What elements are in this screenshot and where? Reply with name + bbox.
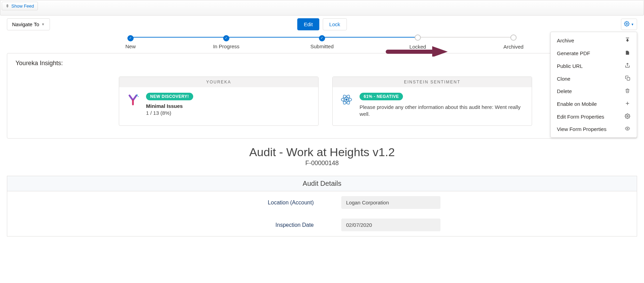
status-path: NewIn ProgressSubmittedLockedArchived bbox=[7, 34, 637, 50]
insight-detail: Please provide any other information abo… bbox=[360, 104, 525, 117]
insight-card-body: NEW DISCOVERY!Minimal Issues1 / 13 (8%) bbox=[119, 87, 318, 125]
path-step-dot bbox=[319, 35, 325, 41]
svg-point-12 bbox=[627, 115, 628, 117]
download-icon bbox=[624, 37, 631, 44]
page-subtitle: F-00000148 bbox=[0, 160, 644, 167]
menu-item-delete[interactable]: Delete bbox=[551, 85, 637, 98]
path-step-dot bbox=[510, 34, 517, 41]
trash-icon bbox=[624, 88, 631, 94]
share-icon bbox=[624, 63, 631, 69]
insight-card-body: 61% - NEGATIVEPlease provide any other i… bbox=[333, 87, 532, 125]
eye-icon bbox=[624, 126, 631, 132]
show-feed-button[interactable]: ⇞ Show Feed bbox=[2, 2, 38, 10]
insight-card-header: YOUREKA bbox=[119, 77, 318, 87]
path-step-label: In Progress bbox=[178, 43, 274, 49]
menu-item-label: Public URL bbox=[557, 63, 583, 69]
insight-card-text: 61% - NEGATIVEPlease provide any other i… bbox=[360, 93, 525, 117]
caret-down-icon: ▼ bbox=[631, 23, 634, 26]
path-step-dot bbox=[127, 35, 134, 41]
detail-field-row: Location (Account)Logan Corporation bbox=[7, 191, 637, 214]
einstein-icon bbox=[340, 93, 353, 107]
svg-point-3 bbox=[138, 96, 139, 97]
gear-dropdown-menu: ArchiveGenerate PDFPublic URLCloneDelete… bbox=[550, 32, 637, 138]
menu-item-label: Clone bbox=[557, 76, 570, 82]
svg-point-2 bbox=[136, 94, 138, 96]
menu-item-label: Generate PDF bbox=[557, 50, 590, 56]
lock-button[interactable]: Lock bbox=[323, 18, 347, 30]
path-step-label: Submitted bbox=[274, 43, 370, 49]
insight-pill: NEW DISCOVERY! bbox=[146, 93, 193, 100]
insights-heading: Youreka Insights: bbox=[15, 60, 629, 67]
menu-item-label: Edit Form Properties bbox=[557, 114, 604, 120]
menu-item-archive[interactable]: Archive bbox=[551, 34, 637, 47]
navigate-to-dropdown[interactable]: Navigate To ▼ bbox=[7, 18, 50, 30]
toolbar: Navigate To ▼ Edit Lock ▼ bbox=[7, 18, 637, 30]
svg-point-0 bbox=[626, 23, 627, 24]
path-step-dot bbox=[223, 35, 229, 41]
insights-card: Youreka Insights: YOUREKANEW DISCOVERY!M… bbox=[7, 53, 637, 139]
file-icon bbox=[624, 50, 631, 57]
edit-button[interactable]: Edit bbox=[297, 18, 319, 30]
insight-title: Minimal Issues bbox=[146, 103, 183, 109]
svg-point-7 bbox=[346, 99, 347, 101]
insight-detail: 1 / 13 (8%) bbox=[146, 110, 193, 117]
path-step-dot bbox=[415, 34, 421, 41]
menu-item-edit-form-properties[interactable]: Edit Form Properties bbox=[551, 110, 637, 123]
svg-rect-9 bbox=[627, 78, 630, 80]
menu-item-label: Archive bbox=[557, 38, 574, 43]
feed-bar: ⇞ Show Feed bbox=[0, 0, 644, 16]
field-value: Logan Corporation bbox=[341, 196, 440, 209]
menu-item-label: Enable on Mobile bbox=[557, 101, 597, 107]
audit-details-section: Audit Details Location (Account)Logan Co… bbox=[7, 176, 637, 236]
gear-icon bbox=[624, 113, 631, 120]
field-label: Inspection Date bbox=[204, 222, 314, 228]
menu-item-view-form-properties[interactable]: View Form Properties bbox=[551, 123, 637, 135]
path-step-label: New bbox=[83, 43, 178, 49]
svg-point-13 bbox=[627, 128, 628, 129]
insight-pill: 61% - NEGATIVE bbox=[360, 93, 403, 100]
menu-item-clone[interactable]: Clone bbox=[551, 72, 637, 85]
detail-field-row: Inspection Date02/07/2020 bbox=[7, 214, 637, 236]
center-action-buttons: Edit Lock bbox=[297, 18, 347, 30]
menu-item-enable-on-mobile[interactable]: Enable on Mobile bbox=[551, 98, 637, 110]
gear-menu-button[interactable]: ▼ bbox=[621, 19, 637, 30]
menu-item-public-url[interactable]: Public URL bbox=[551, 60, 637, 72]
menu-item-label: Delete bbox=[557, 88, 572, 94]
copy-icon bbox=[624, 75, 631, 82]
path-step-label: Archived bbox=[466, 44, 561, 50]
insight-card-1: EINSTEIN SENTIMENT61% - NEGATIVEPlease p… bbox=[332, 77, 532, 126]
insight-card-0: YOUREKANEW DISCOVERY!Minimal Issues1 / 1… bbox=[119, 77, 319, 126]
show-feed-label: Show Feed bbox=[11, 3, 34, 9]
gear-icon bbox=[624, 21, 630, 28]
insight-card-text: NEW DISCOVERY!Minimal Issues1 / 13 (8%) bbox=[146, 93, 193, 117]
path-step-label: Locked bbox=[370, 44, 466, 50]
navigate-to-label: Navigate To bbox=[12, 21, 39, 27]
field-label: Location (Account) bbox=[204, 200, 314, 206]
page-title: Audit - Work at Heights v1.2 bbox=[0, 145, 644, 159]
field-value: 02/07/2020 bbox=[341, 219, 440, 231]
menu-item-generate-pdf[interactable]: Generate PDF bbox=[551, 47, 637, 60]
insight-card-header: EINSTEIN SENTIMENT bbox=[333, 77, 532, 87]
feed-icon: ⇞ bbox=[6, 3, 9, 9]
youreka-icon bbox=[126, 93, 140, 107]
details-section-header: Audit Details bbox=[7, 176, 637, 191]
plus-icon bbox=[624, 101, 631, 107]
menu-item-label: View Form Properties bbox=[557, 126, 606, 132]
caret-down-icon: ▼ bbox=[41, 22, 45, 26]
